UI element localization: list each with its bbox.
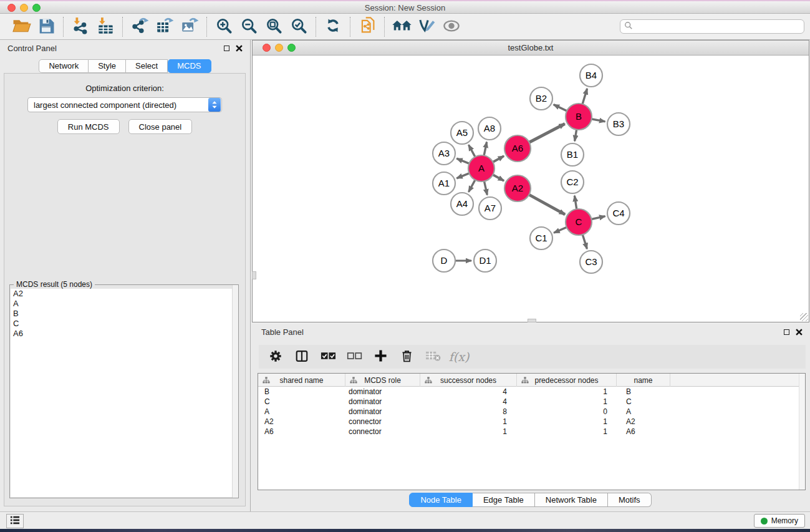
search-input[interactable] xyxy=(633,21,804,32)
window-resize-grip[interactable] xyxy=(800,313,808,321)
close-panel-button[interactable]: Close panel xyxy=(128,119,193,134)
column-header-shared-name[interactable]: shared name xyxy=(258,374,345,387)
cell: A2 xyxy=(258,417,345,427)
node-A1[interactable]: A1 xyxy=(433,172,455,195)
table-row-C[interactable]: Cdominator41C xyxy=(258,397,805,407)
home-button[interactable] xyxy=(389,16,414,38)
control-panel-float-icon[interactable] xyxy=(223,44,230,52)
node-A8[interactable]: A8 xyxy=(478,117,501,140)
node-B1[interactable]: B1 xyxy=(561,143,584,166)
split-divider-handle-horizontal[interactable] xyxy=(528,319,536,322)
show-hide-button[interactable] xyxy=(439,16,464,38)
result-item-A6[interactable]: A6 xyxy=(11,329,238,339)
zoom-in-button[interactable] xyxy=(211,16,236,38)
node-A3[interactable]: A3 xyxy=(433,142,455,165)
result-item-B[interactable]: B xyxy=(11,309,238,319)
node-A6[interactable]: A6 xyxy=(504,135,531,162)
node-B3[interactable]: B3 xyxy=(607,113,630,135)
delete-table-button[interactable] xyxy=(425,349,441,365)
table-row-A[interactable]: Adominator80A xyxy=(258,407,805,417)
columns-button[interactable] xyxy=(294,349,310,365)
node-A5[interactable]: A5 xyxy=(451,122,473,144)
tab-network-table[interactable]: Network Table xyxy=(535,493,608,507)
import-table-icon xyxy=(97,17,115,37)
table-toolbar: f(x) xyxy=(259,345,806,369)
tab-mcds[interactable]: MCDS xyxy=(168,59,211,73)
save-session-button[interactable] xyxy=(34,16,59,38)
style-button[interactable] xyxy=(414,16,439,38)
settings-button[interactable] xyxy=(268,349,284,365)
table-row-A6[interactable]: A6connector11A6 xyxy=(258,427,805,437)
cell: dominator xyxy=(345,407,420,417)
zoom-fit-button[interactable] xyxy=(261,16,286,38)
column-header-name[interactable]: name xyxy=(617,374,670,387)
node-label: B3 xyxy=(613,118,624,129)
table-scrollbar[interactable] xyxy=(799,374,805,490)
select-all-button[interactable] xyxy=(320,349,336,365)
table-row-B[interactable]: Bdominator41B xyxy=(258,387,805,397)
export-image-button[interactable] xyxy=(177,16,202,38)
node-C2[interactable]: C2 xyxy=(561,171,584,193)
tab-edge-table[interactable]: Edge Table xyxy=(473,493,535,507)
zoom-out-icon xyxy=(241,17,258,36)
run-mcds-button[interactable]: Run MCDS xyxy=(57,119,120,134)
criterion-select[interactable]: largest connected component (directed) xyxy=(27,97,222,112)
export-table-button[interactable] xyxy=(152,16,177,38)
cell: 4 xyxy=(420,397,517,407)
import-network-button[interactable] xyxy=(68,16,93,38)
node-D1[interactable]: D1 xyxy=(474,249,496,272)
table-panel-close-icon[interactable] xyxy=(795,328,803,336)
zoom-selected-button[interactable] xyxy=(286,16,311,38)
search-box[interactable] xyxy=(620,19,804,34)
open-session-button[interactable] xyxy=(9,16,34,38)
node-label: B2 xyxy=(536,93,547,104)
memory-button[interactable]: Memory xyxy=(754,514,805,528)
tab-select[interactable]: Select xyxy=(126,59,168,73)
node-B2[interactable]: B2 xyxy=(530,87,552,110)
clone-network-button[interactable] xyxy=(355,16,380,38)
refresh-button[interactable] xyxy=(321,16,345,38)
add-button[interactable] xyxy=(372,349,388,365)
cell: A xyxy=(617,407,670,417)
column-header-successor-nodes[interactable]: successor nodes xyxy=(420,374,517,387)
node-C[interactable]: C xyxy=(566,209,592,235)
tab-network[interactable]: Network xyxy=(39,59,89,73)
node-A7[interactable]: A7 xyxy=(479,197,501,220)
zoom-out-button[interactable] xyxy=(236,16,261,38)
node-A4[interactable]: A4 xyxy=(451,193,473,215)
export-network-button[interactable] xyxy=(127,16,152,38)
network-canvas[interactable]: B4B2BB3A8A5A6A3B1AC2A1A2A4A7C4CC1DD1C3 xyxy=(253,56,809,322)
result-item-A[interactable]: A xyxy=(11,299,238,309)
table-row-A2[interactable]: A2connector11A2 xyxy=(258,417,805,427)
task-history-button[interactable] xyxy=(6,514,24,528)
split-divider-handle-vertical[interactable] xyxy=(252,271,256,279)
node-C3[interactable]: C3 xyxy=(580,251,602,273)
node-A2[interactable]: A2 xyxy=(504,175,531,201)
node-label: C2 xyxy=(566,177,578,187)
delete-button[interactable] xyxy=(398,349,415,365)
node-label: C3 xyxy=(585,256,597,267)
node-D[interactable]: D xyxy=(433,249,455,272)
deselect-all-button[interactable] xyxy=(346,349,362,365)
node-B[interactable]: B xyxy=(566,104,592,130)
node-A[interactable]: A xyxy=(468,155,494,181)
node-C4[interactable]: C4 xyxy=(607,202,630,225)
table-panel-float-icon[interactable] xyxy=(783,328,790,336)
tab-node-table[interactable]: Node Table xyxy=(409,493,473,507)
network-window-titlebar[interactable]: testGlobe.txt xyxy=(253,41,809,56)
result-list-scrollbar[interactable] xyxy=(232,285,238,498)
tab-motifs[interactable]: Motifs xyxy=(608,493,652,507)
cell: connector xyxy=(345,417,420,427)
column-header-predecessor-nodes[interactable]: predecessor nodes xyxy=(517,374,617,387)
function-button[interactable]: f(x) xyxy=(451,349,467,365)
tree-icon xyxy=(263,377,270,385)
result-item-C[interactable]: C xyxy=(11,319,238,329)
node-B4[interactable]: B4 xyxy=(580,64,602,87)
tab-style[interactable]: Style xyxy=(89,59,126,73)
node-C1[interactable]: C1 xyxy=(530,227,552,249)
cell: 0 xyxy=(517,407,617,417)
control-panel-close-icon[interactable] xyxy=(235,44,243,52)
column-header-MCDS-role[interactable]: MCDS role xyxy=(345,374,420,387)
result-item-A2[interactable]: A2 xyxy=(11,289,238,299)
import-table-button[interactable] xyxy=(93,16,118,38)
